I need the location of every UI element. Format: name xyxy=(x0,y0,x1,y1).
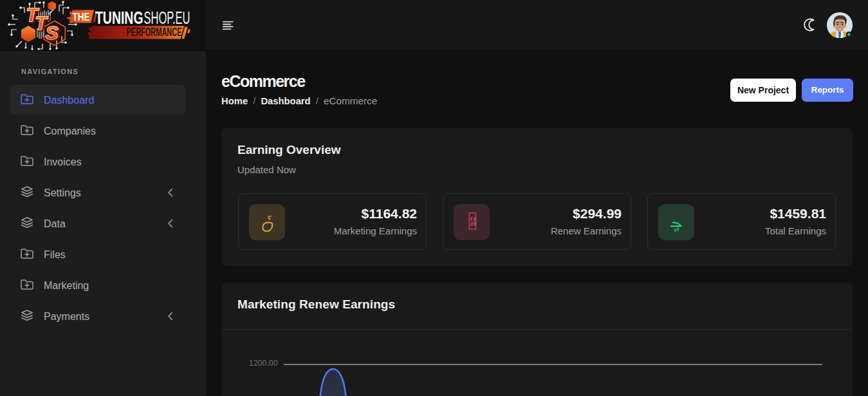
svg-text:1200.00: 1200.00 xyxy=(249,359,278,368)
svg-text:THE: THE xyxy=(73,12,90,23)
svg-text:S: S xyxy=(45,22,58,43)
svg-text:TUNING: TUNING xyxy=(95,8,143,28)
svg-text:SHOP.EU: SHOP.EU xyxy=(144,8,190,28)
svg-text:PERFORMANCE: PERFORMANCE xyxy=(127,26,182,39)
